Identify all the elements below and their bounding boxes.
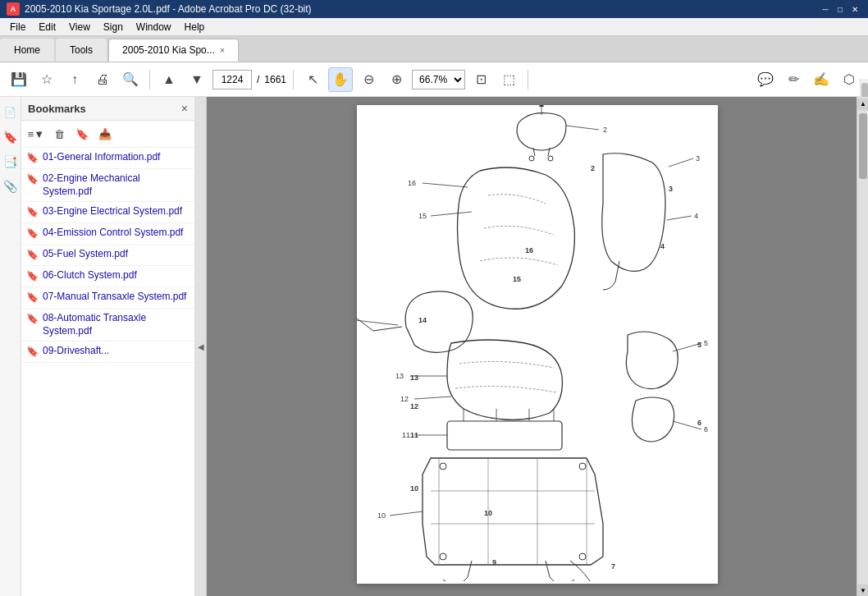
bookmark-label: 05-Fuel System.pdf [43, 248, 128, 261]
left-panel-bookmarks-btn[interactable]: 🔖 [2, 128, 20, 146]
svg-text:10: 10 [377, 511, 386, 520]
bookmark-label: 02-Engine Mechanical System.pdf [43, 172, 190, 198]
share-button[interactable]: ⬡ [837, 67, 861, 92]
menu-edit[interactable]: Edit [32, 20, 62, 34]
toolbar-separator-1 [149, 70, 150, 89]
bookmark-item[interactable]: 🔖 01-General Information.pdf [21, 148, 194, 169]
svg-text:2: 2 [591, 164, 595, 172]
left-panel-pages-btn[interactable]: 📑 [2, 153, 20, 171]
maximize-button[interactable]: □ [834, 3, 847, 15]
menu-help[interactable]: Help [178, 20, 212, 34]
bookmark-item[interactable]: 🔖 04-Emission Control System.pdf [21, 223, 194, 245]
svg-text:4: 4 [694, 212, 698, 220]
bookmark-icon: 🔖 [26, 291, 38, 305]
left-panel: 📄 🔖 📑 📎 [0, 97, 21, 596]
svg-text:10: 10 [410, 484, 418, 493]
svg-text:15: 15 [513, 275, 521, 283]
menu-view[interactable]: View [62, 20, 97, 34]
sidebar-options-button[interactable]: ≡▼ [26, 124, 46, 144]
menu-file[interactable]: File [3, 20, 32, 34]
bookmark-item[interactable]: 🔖 03-Engine Electrical System.pdf [21, 202, 194, 223]
bookmarks-list: 🔖 01-General Information.pdf 🔖 02-Engine… [21, 148, 194, 596]
svg-text:11: 11 [410, 431, 418, 439]
search-button[interactable]: 🔍 [118, 67, 143, 92]
sidebar-header: Bookmarks × [21, 97, 194, 121]
scroll-down-button[interactable]: ▼ [857, 585, 868, 596]
svg-text:4: 4 [660, 242, 665, 250]
sidebar-import-button[interactable]: 📥 [95, 124, 115, 144]
bookmark-item[interactable]: 🔖 07-Manual Transaxle System.pdf [21, 287, 194, 309]
svg-text:5: 5 [704, 339, 708, 347]
bookmark-item[interactable]: 🔖 06-Clutch System.pdf [21, 266, 194, 287]
bookmark-item[interactable]: 🔖 05-Fuel System.pdf [21, 245, 194, 266]
tab-home[interactable]: Home [0, 39, 54, 62]
close-window-button[interactable]: ✕ [848, 3, 861, 15]
print-button[interactable]: 🖨 [90, 67, 115, 92]
page-up-button[interactable]: ▲ [157, 67, 181, 92]
svg-marker-6 [539, 105, 544, 107]
bookmark-icon: 🔖 [26, 313, 38, 326]
car-seat-diagram: 2 3 4 [357, 105, 718, 581]
sidebar: Bookmarks × ≡▼ 🗑 🔖 📥 🔖 01-General Inform… [21, 97, 195, 596]
minimize-button[interactable]: ─ [819, 3, 832, 15]
zoom-select[interactable]: 66.7% [412, 70, 465, 89]
main-area: 📄 🔖 📑 📎 Bookmarks × ≡▼ 🗑 🔖 📥 🔖 01-Genera… [0, 97, 868, 596]
menu-sign[interactable]: Sign [97, 20, 130, 34]
page-content: 2 3 4 [357, 105, 718, 584]
scroll-up-button[interactable]: ▲ [857, 99, 868, 110]
svg-text:6: 6 [704, 425, 708, 433]
bookmark-icon: 🔖 [26, 270, 38, 283]
svg-text:14: 14 [418, 316, 427, 324]
toolbar: 💾 ☆ ↑ 🖨 🔍 ▲ ▼ / 1661 ↖ ✋ ⊖ ⊕ 66.7% ⊡ ⬚ 💬… [0, 62, 868, 97]
bookmark-label: 04-Emission Control System.pdf [43, 227, 183, 240]
fit-page-button[interactable]: ⊡ [468, 67, 493, 92]
left-panel-documents-btn[interactable]: 📄 [2, 103, 20, 121]
save-button[interactable]: 💾 [7, 67, 31, 92]
sign-button[interactable]: ✍ [809, 67, 834, 92]
bookmark-label: 01-General Information.pdf [43, 151, 160, 164]
bookmark-item[interactable]: 🔖 09-Driveshaft... [21, 342, 194, 363]
tab-bar: Home Tools 2005-2010 Kia Spo... × [0, 36, 868, 62]
pen-button[interactable]: ✏ [781, 67, 806, 92]
bookmark-label: 06-Clutch System.pdf [43, 269, 137, 282]
hand-tool-button[interactable]: ✋ [328, 67, 353, 92]
svg-text:12: 12 [400, 395, 409, 403]
zoom-in-button[interactable]: ⊕ [384, 67, 409, 92]
svg-text:2: 2 [603, 126, 607, 134]
collapse-arrow-icon: ◀ [198, 342, 204, 351]
viewer-area[interactable]: 2 3 4 [207, 97, 868, 596]
toolbar-separator-3 [528, 70, 528, 89]
tab-document[interactable]: 2005-2010 Kia Spo... × [108, 39, 239, 62]
pdf-page: 2 3 4 [357, 105, 718, 584]
sidebar-new-bookmark-button[interactable]: 🔖 [72, 124, 92, 144]
comment-button[interactable]: 💬 [753, 67, 778, 92]
bookmark-item[interactable]: 🔖 02-Engine Mechanical System.pdf [21, 169, 194, 202]
page-number-input[interactable] [212, 70, 252, 89]
left-panel-attachments-btn[interactable]: 📎 [2, 177, 20, 195]
cursor-tool-button[interactable]: ↖ [300, 67, 325, 92]
sidebar-collapse-handle[interactable]: ◀ [195, 97, 207, 596]
page-down-button[interactable]: ▼ [185, 67, 209, 92]
sidebar-delete-button[interactable]: 🗑 [49, 124, 69, 144]
bookmark-icon: 🔖 [26, 152, 38, 165]
svg-text:13: 13 [410, 374, 418, 382]
scroll-thumb[interactable] [859, 113, 867, 179]
cloud-button[interactable]: ↑ [62, 67, 87, 92]
fit-width-button[interactable]: ⬚ [496, 67, 521, 92]
bookmark-item[interactable]: 🔖 08-Automatic Transaxle System.pdf [21, 309, 194, 342]
window-controls: ─ □ ✕ [819, 3, 861, 15]
title-bar: A 2005-2010 Kia Sportage 2.0L.pdf - Adob… [0, 0, 868, 18]
sidebar-close-button[interactable]: × [181, 102, 188, 115]
menu-window[interactable]: Window [130, 20, 178, 34]
svg-text:16: 16 [525, 246, 533, 254]
bookmark-button[interactable]: ☆ [34, 67, 59, 92]
zoom-out-button[interactable]: ⊖ [356, 67, 381, 92]
tab-close-icon[interactable]: × [220, 45, 225, 55]
tab-tools[interactable]: Tools [56, 39, 107, 62]
page-navigation: / 1661 [212, 70, 286, 89]
svg-text:7: 7 [611, 562, 615, 571]
bookmark-label: 03-Engine Electrical System.pdf [43, 205, 182, 218]
viewer-scrollbar[interactable]: ▲ ▼ [857, 97, 868, 596]
page-separator: / [257, 74, 259, 85]
svg-text:10: 10 [484, 509, 492, 517]
